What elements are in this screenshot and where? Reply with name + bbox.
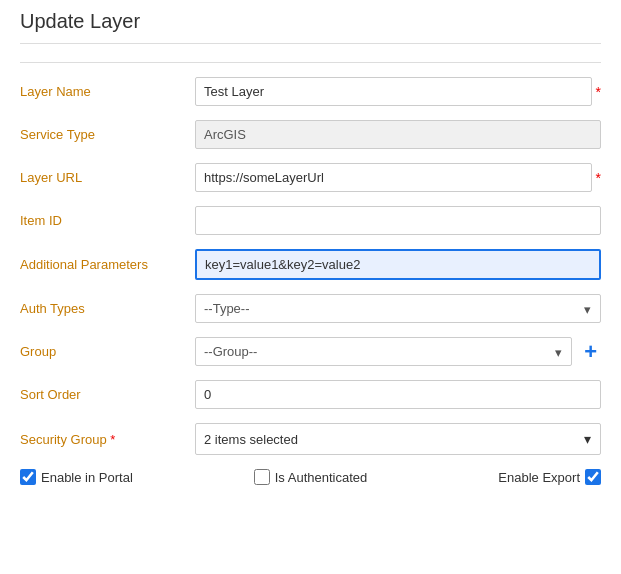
layer-name-label: Layer Name (20, 84, 195, 99)
enable-portal-item: Enable in Portal (20, 469, 214, 485)
enable-portal-checkbox[interactable] (20, 469, 36, 485)
security-group-field: 2 items selected (195, 423, 601, 455)
auth-types-label: Auth Types (20, 301, 195, 316)
sort-order-row: Sort Order (20, 380, 601, 409)
group-select[interactable]: --Group-- (195, 337, 572, 366)
layer-url-input[interactable] (195, 163, 592, 192)
enable-export-checkbox[interactable] (585, 469, 601, 485)
checkbox-row: Enable in Portal Is Authenticated Enable… (20, 469, 601, 485)
enable-export-item: Enable Export (407, 469, 601, 485)
auth-types-select[interactable]: --Type-- (195, 294, 601, 323)
item-id-label: Item ID (20, 213, 195, 228)
auth-types-row: Auth Types --Type-- (20, 294, 601, 323)
security-group-multiselect-wrapper[interactable]: 2 items selected (195, 423, 601, 455)
group-label: Group (20, 344, 195, 359)
security-group-multiselect[interactable]: 2 items selected (195, 423, 601, 455)
service-type-field (195, 120, 601, 149)
auth-types-field: --Type-- (195, 294, 601, 323)
service-type-row: Service Type (20, 120, 601, 149)
service-type-label: Service Type (20, 127, 195, 142)
group-field: --Group-- + (195, 337, 601, 366)
layer-url-label: Layer URL (20, 170, 195, 185)
layer-url-field: * (195, 163, 601, 192)
is-authenticated-label: Is Authenticated (275, 470, 368, 485)
enable-portal-label: Enable in Portal (41, 470, 133, 485)
page-title: Update Layer (20, 10, 601, 44)
additional-params-row: Additional Parameters (20, 249, 601, 280)
sort-order-label: Sort Order (20, 387, 195, 402)
add-group-button[interactable]: + (580, 341, 601, 363)
layer-name-input[interactable] (195, 77, 592, 106)
security-group-label: Security Group (20, 432, 195, 447)
additional-params-input[interactable] (195, 249, 601, 280)
item-id-field (195, 206, 601, 235)
enable-export-label: Enable Export (498, 470, 580, 485)
group-select-wrapper: --Group-- (195, 337, 572, 366)
layer-name-row: Layer Name * (20, 77, 601, 106)
group-row: Group --Group-- + (20, 337, 601, 366)
sort-order-field (195, 380, 601, 409)
security-group-row: Security Group 2 items selected (20, 423, 601, 455)
is-authenticated-item: Is Authenticated (214, 469, 408, 485)
additional-params-label: Additional Parameters (20, 257, 195, 272)
sort-order-input[interactable] (195, 380, 601, 409)
is-authenticated-checkbox[interactable] (254, 469, 270, 485)
layer-name-field: * (195, 77, 601, 106)
item-id-input[interactable] (195, 206, 601, 235)
layer-url-required: * (596, 170, 601, 186)
service-type-input (195, 120, 601, 149)
item-id-row: Item ID (20, 206, 601, 235)
layer-name-required: * (596, 84, 601, 100)
auth-types-select-wrapper: --Type-- (195, 294, 601, 323)
layer-url-row: Layer URL * (20, 163, 601, 192)
additional-params-field (195, 249, 601, 280)
